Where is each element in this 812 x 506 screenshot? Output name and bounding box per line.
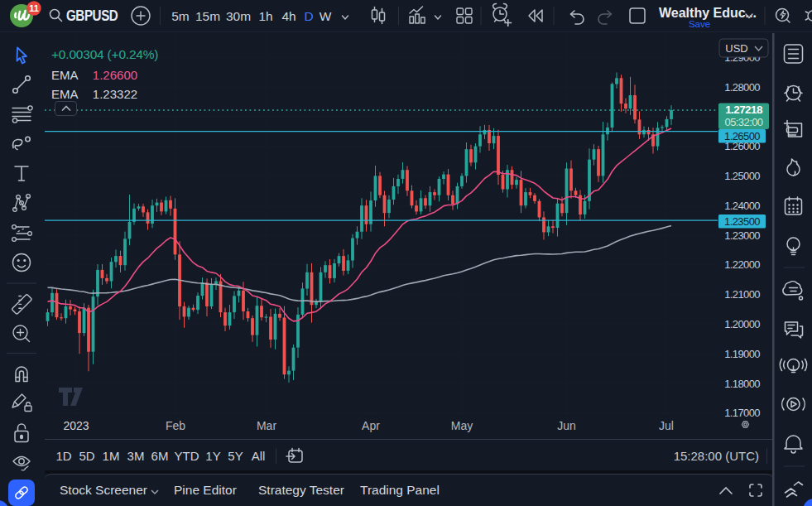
- svg-text:1.19000: 1.19000: [724, 348, 760, 360]
- svg-text:Apr: Apr: [362, 419, 380, 432]
- svg-text:4h: 4h: [281, 9, 295, 23]
- svg-text:1.21000: 1.21000: [724, 288, 760, 301]
- svg-text:1.23500: 1.23500: [724, 215, 760, 228]
- svg-text:1.28000: 1.28000: [724, 81, 760, 94]
- svg-text:30m: 30m: [226, 9, 251, 23]
- svg-text:USD: USD: [725, 42, 747, 55]
- svg-text:Mar: Mar: [257, 419, 276, 432]
- svg-text:Jun: Jun: [557, 419, 576, 432]
- svg-text:5m: 5m: [171, 9, 190, 23]
- svg-text:1.22000: 1.22000: [724, 258, 760, 271]
- svg-text:1.24000: 1.24000: [724, 200, 760, 212]
- svg-text:Jul: Jul: [659, 419, 674, 432]
- svg-text:May: May: [451, 419, 473, 432]
- svg-text:1.26500: 1.26500: [724, 130, 760, 142]
- svg-text:2023: 2023: [63, 419, 89, 432]
- svg-text:1.20000: 1.20000: [724, 318, 760, 330]
- svg-text:GBPUSD: GBPUSD: [66, 7, 118, 25]
- svg-text:D: D: [304, 9, 313, 23]
- svg-text:Wealthy Educ...: Wealthy Educ...: [659, 6, 757, 20]
- svg-text:W: W: [320, 9, 332, 23]
- svg-text:1.17000: 1.17000: [724, 407, 760, 419]
- svg-text:1.23000: 1.23000: [724, 229, 760, 242]
- svg-text:1.18000: 1.18000: [724, 378, 760, 390]
- svg-text:15m: 15m: [195, 9, 220, 23]
- svg-text:1.25000: 1.25000: [724, 170, 760, 182]
- svg-text:1h: 1h: [258, 9, 272, 23]
- svg-text:1.27218: 1.27218: [725, 104, 763, 116]
- svg-text:05:32:00: 05:32:00: [725, 116, 763, 128]
- svg-text:Feb: Feb: [166, 419, 185, 432]
- svg-text:Save: Save: [689, 19, 710, 29]
